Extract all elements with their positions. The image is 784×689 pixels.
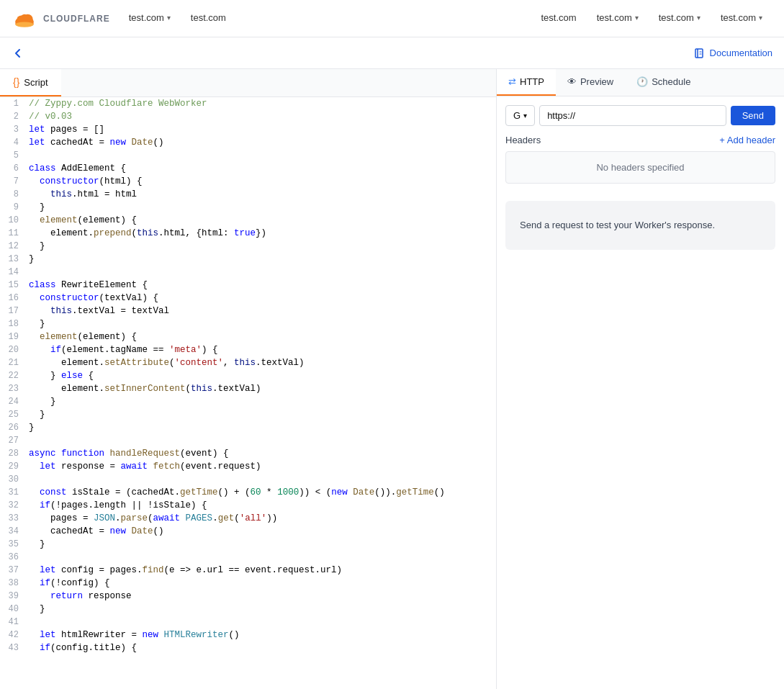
cloudflare-logo xyxy=(12,6,37,32)
line-content: const isStale = (cachedAt.getTime() + (6… xyxy=(26,486,496,499)
line-content: let config = pages.find(e => e.url == ev… xyxy=(26,564,496,577)
url-input[interactable] xyxy=(539,105,726,126)
line-content: cachedAt = new Date() xyxy=(26,525,496,538)
code-editor[interactable]: 1// Zyppy.com Cloudflare WebWorker2// v0… xyxy=(0,97,496,689)
svg-rect-7 xyxy=(695,49,703,58)
code-line: 2// v0.03 xyxy=(0,110,496,123)
code-line: 13} xyxy=(0,253,496,266)
line-content: async function handleRequest(event) { xyxy=(26,447,496,460)
tab-preview[interactable]: 👁 Preview xyxy=(556,69,625,96)
line-number: 29 xyxy=(0,460,26,473)
code-line: 39 return response xyxy=(0,590,496,603)
line-content: if(!pages.length || !isStale) { xyxy=(26,499,496,512)
line-number: 23 xyxy=(0,382,26,395)
code-line: 16 constructor(textVal) { xyxy=(0,292,496,305)
tab-http[interactable]: ⇄ HTTP xyxy=(497,69,556,96)
chevron-icon-6: ▾ xyxy=(759,14,762,22)
nav-item-2[interactable]: test.com xyxy=(181,0,236,37)
logo-area[interactable]: CLOUDFLARE xyxy=(12,6,110,32)
add-header-button[interactable]: + Add header xyxy=(719,135,775,145)
headers-row: Headers + Add header xyxy=(505,135,775,145)
nav-item-5[interactable]: test.com ▾ xyxy=(649,0,711,37)
line-content: // Zyppy.com Cloudflare WebWorker xyxy=(26,97,496,110)
chevron-icon-4: ▾ xyxy=(635,14,639,22)
no-headers-label: No headers specified xyxy=(596,162,684,173)
second-bar: Documentation xyxy=(0,37,784,69)
line-content: class AddElement { xyxy=(26,162,496,175)
send-label: Send xyxy=(742,110,764,121)
code-line: 31 const isStale = (cachedAt.getTime() +… xyxy=(0,486,496,499)
line-number: 9 xyxy=(0,201,26,214)
line-number: 8 xyxy=(0,188,26,201)
line-number: 13 xyxy=(0,253,26,266)
tab-script[interactable]: {} Script xyxy=(0,69,61,96)
code-line: 6class AddElement { xyxy=(0,162,496,175)
line-number: 10 xyxy=(0,214,26,227)
line-content: } xyxy=(26,201,496,214)
line-content: let cachedAt = new Date() xyxy=(26,136,496,149)
tab-script-label: Script xyxy=(24,77,48,88)
code-line: 34 cachedAt = new Date() xyxy=(0,525,496,538)
code-line: 8 this.html = html xyxy=(0,188,496,201)
line-content: if(element.tagName == 'meta') { xyxy=(26,343,496,356)
line-number: 2 xyxy=(0,110,26,123)
script-tab-icon: {} xyxy=(13,76,19,88)
line-content: constructor(html) { xyxy=(26,175,496,188)
line-content: } xyxy=(26,253,496,266)
code-line: 4let cachedAt = new Date() xyxy=(0,136,496,149)
nav-item-1[interactable]: test.com ▾ xyxy=(119,0,181,37)
line-number: 6 xyxy=(0,162,26,175)
preview-tab-icon: 👁 xyxy=(567,76,577,87)
line-number: 17 xyxy=(0,305,26,318)
code-line: 17 this.textVal = textVal xyxy=(0,305,496,318)
line-content: element.prepend(this.html, {html: true}) xyxy=(26,227,496,240)
line-content: } xyxy=(26,395,496,408)
method-button[interactable]: G ▾ xyxy=(505,105,535,126)
nav-item-3[interactable]: test.com xyxy=(531,0,587,37)
nav-label-4: test.com xyxy=(597,12,632,23)
line-content: constructor(textVal) { xyxy=(26,292,496,305)
headers-label: Headers xyxy=(505,135,541,145)
tab-http-label: HTTP xyxy=(520,76,544,87)
right-panel: ⇄ HTTP 👁 Preview 🕐 Schedule G ▾ xyxy=(497,69,784,689)
back-button[interactable] xyxy=(12,47,24,60)
nav-item-6[interactable]: test.com ▾ xyxy=(711,0,772,37)
line-number: 7 xyxy=(0,175,26,188)
code-line: 1// Zyppy.com Cloudflare WebWorker xyxy=(0,97,496,110)
line-content xyxy=(26,616,496,629)
line-content: } xyxy=(26,240,496,253)
code-line: 30 xyxy=(0,473,496,486)
cloudflare-label: CLOUDFLARE xyxy=(43,14,110,24)
documentation-link[interactable]: Documentation xyxy=(694,48,772,59)
code-line: 7 constructor(html) { xyxy=(0,175,496,188)
line-number: 39 xyxy=(0,590,26,603)
code-line: 40 } xyxy=(0,603,496,616)
line-number: 30 xyxy=(0,473,26,486)
code-line: 28async function handleRequest(event) { xyxy=(0,447,496,460)
response-text: Send a request to test your Worker's res… xyxy=(520,220,715,230)
code-line: 25 } xyxy=(0,408,496,421)
send-button[interactable]: Send xyxy=(731,106,775,125)
http-panel: G ▾ Send Headers + Add header No headers xyxy=(497,96,784,192)
line-number: 34 xyxy=(0,525,26,538)
code-line: 15class RewriteElement { xyxy=(0,279,496,292)
book-icon xyxy=(694,48,706,59)
line-content: } xyxy=(26,318,496,330)
line-number: 27 xyxy=(0,434,26,447)
nav-item-4[interactable]: test.com ▾ xyxy=(587,0,649,37)
tab-schedule[interactable]: 🕐 Schedule xyxy=(625,69,702,96)
code-line: 5 xyxy=(0,149,496,162)
line-number: 12 xyxy=(0,240,26,253)
line-number: 20 xyxy=(0,343,26,356)
line-number: 1 xyxy=(0,97,26,110)
code-line: 33 pages = JSON.parse(await PAGES.get('a… xyxy=(0,512,496,525)
line-number: 36 xyxy=(0,551,26,564)
editor-section: {} Script 1// Zyppy.com Cloudflare WebWo… xyxy=(0,69,497,689)
line-content xyxy=(26,473,496,486)
svg-point-4 xyxy=(21,14,29,22)
line-number: 37 xyxy=(0,564,26,577)
add-header-label: + Add header xyxy=(719,135,775,145)
line-number: 19 xyxy=(0,330,26,343)
code-line: 38 if(!config) { xyxy=(0,577,496,590)
code-line: 22 } else { xyxy=(0,369,496,382)
